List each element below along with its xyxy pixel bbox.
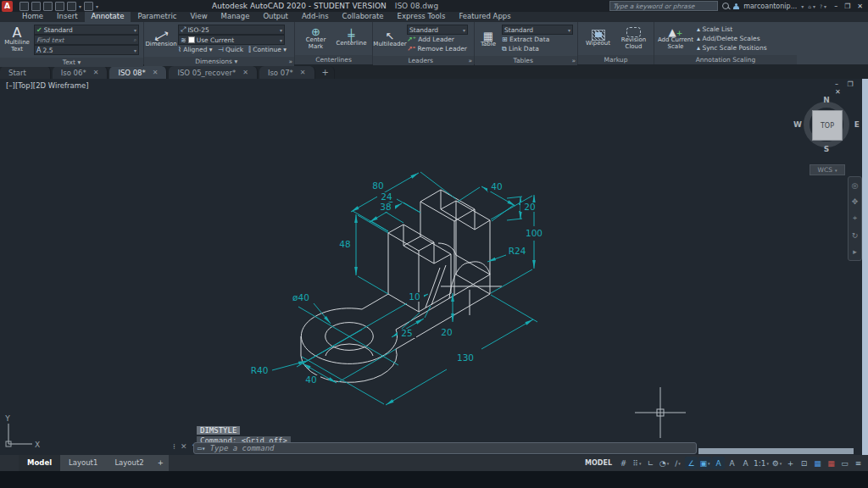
add-leader-button[interactable]: ↗⁺ Add Leader [407,35,468,44]
viewcube-east[interactable]: E [854,120,860,129]
status-toggle[interactable]: ⠿▾ [631,457,643,469]
status-toggle[interactable]: A [726,457,738,469]
app-store-icon[interactable]: ⌂ ▾ [808,3,815,9]
autocad-logo-icon[interactable]: A [2,1,13,12]
close-button[interactable]: ✕ [857,3,863,10]
wipeout-button[interactable]: Wipeout [584,30,613,47]
help-icon[interactable]: ? ▾ [820,3,826,9]
status-toggle[interactable]: ⚙▾ [771,457,783,469]
file-tab-start[interactable]: Start [0,66,51,79]
command-input[interactable]: ▭▾ Type a command [193,442,697,454]
command-close-icon[interactable]: ✕ [181,442,187,451]
status-toggle[interactable]: ≡ [852,457,865,469]
panel-leaders-footer[interactable]: Leaders » [373,56,474,65]
close-tab-icon[interactable]: ✕ [300,69,306,76]
orbit-icon[interactable]: ↻ [852,231,859,240]
file-tab-iso-08-[interactable]: ISO 08*✕ [109,66,167,79]
ribbon-tab-collaborate[interactable]: Collaborate [336,11,391,22]
model-space-indicator[interactable]: MODEL [585,459,612,467]
status-toggle[interactable]: ▦ [811,457,824,469]
minimize-button[interactable]: – [834,3,837,10]
remove-leader-button[interactable]: ↗ˣ Remove Leader [407,44,468,53]
save-icon[interactable] [43,2,53,11]
ribbon-tab-express-tools[interactable]: Express Tools [391,11,453,22]
horizontal-scrollbar[interactable] [698,448,854,454]
file-tab-iso-06-[interactable]: Iso 06*✕ [53,66,108,79]
status-toggle[interactable]: ∠ [685,457,698,469]
file-tab-iso-05-recover-[interactable]: ISO 05_recover*✕ [169,66,257,79]
multiline-text-button[interactable]: A Multiline Text [3,24,31,56]
ribbon-tab-home[interactable]: Home [15,11,50,22]
signed-in-user[interactable]: marcoantonip... [743,3,797,10]
panel-centerlines-footer[interactable]: Centerlines [295,55,372,64]
user-dropdown-icon[interactable]: ▾ [801,3,804,9]
help-search-input[interactable]: Type a keyword or phrase [609,1,718,11]
panel-annotation-scaling-footer[interactable]: Annotation Scaling [654,55,797,64]
aligned-button[interactable]: ⌇ Aligned ▾ [178,46,213,53]
text-height-select[interactable]: A 2.5▾ [34,45,139,55]
redo-icon[interactable] [84,2,93,11]
link-data-button[interactable]: ⧉ Link Data [502,44,573,53]
centerline-button[interactable]: ╪ Centerline [337,30,366,47]
viewcube[interactable]: TOP N S W E [800,98,853,151]
plot-icon[interactable] [55,2,64,11]
multileader-button[interactable]: ↖ Multileader [376,24,404,54]
add-delete-scales-button[interactable]: ▴ Add/Delete Scales [697,34,767,43]
close-tab-icon[interactable]: ✕ [242,69,248,76]
panel-dimensions-footer[interactable]: Dimensions ▾ » [144,57,294,66]
viewcube-top-face[interactable]: TOP [812,110,843,141]
qat-customize-icon[interactable]: ▾ [96,3,98,9]
user-avatar-icon[interactable] [733,3,739,9]
search-icon[interactable] [722,3,729,9]
center-mark-button[interactable]: ⊕ Center Mark [302,26,331,50]
status-toggle[interactable]: 1:1▾ [753,457,770,469]
status-toggle[interactable]: + [784,457,797,469]
ribbon-tab-output[interactable]: Output [256,11,295,22]
viewport-controls[interactable]: [–][Top][2D Wireframe] [6,81,88,90]
panel-tables-footer[interactable]: Tables » [475,56,577,65]
ribbon-tab-manage[interactable]: Manage [214,11,257,22]
status-toggle[interactable]: ⊡ [798,457,810,469]
layout-tab--[interactable]: + [153,455,169,471]
undo-icon[interactable] [67,2,76,11]
vertical-scrollbar[interactable] [862,79,868,455]
ribbon-tab-insert[interactable]: Insert [50,11,84,22]
command-prompt-icon[interactable]: ▭▾ [198,445,206,452]
dimension-button[interactable]: ⟷ Dimension [147,24,175,55]
status-toggle[interactable]: ∟ [644,457,657,469]
pan-icon[interactable]: ✥ [852,197,859,206]
table-style-select[interactable]: Standard▾ [502,25,573,35]
status-toggle[interactable]: ∕▾ [671,457,684,469]
panel-markup-footer[interactable]: Markup [578,55,654,64]
ribbon-tab-featured-apps[interactable]: Featured Apps [452,11,517,22]
find-text-input[interactable]: Find text ⌕ [34,35,139,45]
dim-layer-select[interactable]: ≋ Use Current▾ [178,35,285,45]
wcs-dropdown[interactable]: WCS▾ [810,164,845,175]
close-tab-icon[interactable]: ✕ [93,69,99,76]
steering-wheel-icon[interactable]: ◎ [852,181,859,190]
restore-button[interactable]: ❐ [844,3,850,10]
viewcube-north[interactable]: N [823,96,830,104]
dim-style-select[interactable]: ⤢ ISO-25▾ [178,25,285,35]
new-icon[interactable] [19,2,29,11]
grip-icon[interactable]: ⁞ [173,442,175,451]
revision-cloud-button[interactable]: Revision Cloud [620,27,648,50]
extract-data-button[interactable]: ⊞ Extract Data [502,35,573,44]
status-toggle[interactable]: ▣▾ [698,457,711,469]
ribbon-tab-annotate[interactable]: Annotate [85,11,131,22]
viewport-window-buttons[interactable]: – ❐ ✕ [835,80,868,96]
status-toggle[interactable]: ▭ [838,457,851,469]
status-toggle[interactable]: A [739,457,752,469]
viewcube-west[interactable]: W [793,120,802,129]
mleader-style-select[interactable]: Standard▾ [407,25,468,35]
layout-tab-layout1[interactable]: Layout1 [60,455,106,471]
panel-text-footer[interactable]: Text ▾ [0,58,143,67]
status-toggle[interactable]: # [617,457,630,469]
new-drawing-tab-button[interactable]: + [317,66,335,79]
layout-tab-model[interactable]: Model [19,455,60,471]
layout-tab-layout2[interactable]: Layout2 [106,455,152,471]
continue-dim-button[interactable]: ⫿ Continue ▾ [248,46,287,54]
sync-scale-positions-button[interactable]: ▴ Sync Scale Positions [697,43,767,53]
ribbon-tab-view[interactable]: View [183,11,214,22]
zoom-icon[interactable]: ⌖ [853,214,857,223]
